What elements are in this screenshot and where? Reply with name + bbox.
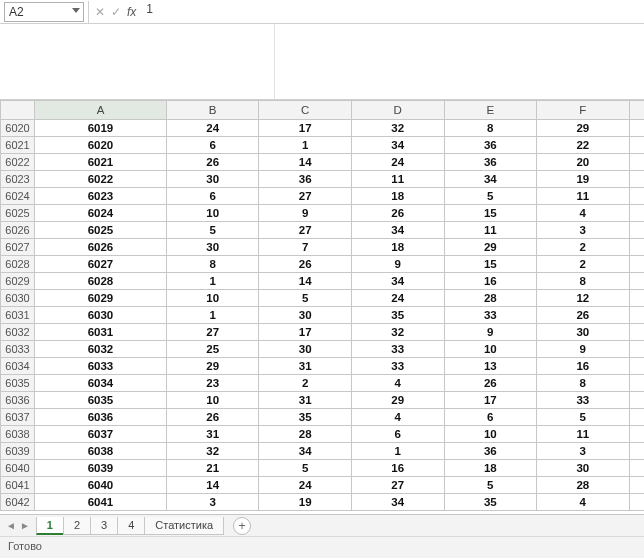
cell[interactable]: 6029 xyxy=(35,290,167,307)
cell[interactable]: 1 xyxy=(351,443,444,460)
cell[interactable]: 28 xyxy=(259,426,352,443)
cell[interactable]: 5 xyxy=(537,409,630,426)
cell[interactable]: 26 xyxy=(259,256,352,273)
cell[interactable]: 30 xyxy=(537,460,630,477)
cancel-icon[interactable]: ✕ xyxy=(95,5,105,19)
cell[interactable]: 10 xyxy=(444,426,537,443)
cell[interactable]: 10 xyxy=(444,341,537,358)
cell[interactable]: 22 xyxy=(537,137,630,154)
cell[interactable]: 18 xyxy=(444,460,537,477)
row-header[interactable]: 6020 xyxy=(1,120,35,137)
cell[interactable]: 10 xyxy=(166,205,259,222)
cell[interactable]: 2 xyxy=(537,239,630,256)
cell[interactable]: 6026 xyxy=(35,239,167,256)
cell[interactable]: 32 xyxy=(166,443,259,460)
cell[interactable]: 3 xyxy=(537,222,630,239)
cell[interactable]: 2 xyxy=(259,375,352,392)
cell[interactable]: 5 xyxy=(259,460,352,477)
cell[interactable]: 17 xyxy=(259,120,352,137)
cell[interactable]: 30 xyxy=(166,171,259,188)
row-header[interactable]: 6034 xyxy=(1,358,35,375)
cell[interactable]: 33 xyxy=(537,392,630,409)
cell[interactable]: 6019 xyxy=(35,120,167,137)
cell[interactable]: 30 xyxy=(537,324,630,341)
cell[interactable]: 10 xyxy=(166,290,259,307)
cell[interactable]: 6028 xyxy=(35,273,167,290)
cell[interactable]: 6021 xyxy=(35,154,167,171)
cell[interactable]: 1 xyxy=(259,137,352,154)
row-header[interactable]: 6021 xyxy=(1,137,35,154)
cell[interactable]: 26 xyxy=(166,409,259,426)
cell[interactable]: 18 xyxy=(351,239,444,256)
cell[interactable]: 6027 xyxy=(35,256,167,273)
cell[interactable]: 15 xyxy=(444,256,537,273)
cell[interactable]: 27 xyxy=(259,222,352,239)
confirm-icon[interactable]: ✓ xyxy=(111,5,121,19)
cell[interactable]: 35 xyxy=(259,409,352,426)
cell[interactable]: 5 xyxy=(166,222,259,239)
cell[interactable]: 3 xyxy=(537,443,630,460)
add-sheet-button[interactable]: + xyxy=(233,517,251,535)
cell[interactable]: 4 xyxy=(351,409,444,426)
sheet-tab[interactable]: 4 xyxy=(117,517,145,535)
cell[interactable]: 6030 xyxy=(35,307,167,324)
row-header[interactable]: 6037 xyxy=(1,409,35,426)
column-header[interactable]: F xyxy=(537,101,630,120)
cell[interactable]: 1 xyxy=(166,307,259,324)
cell[interactable]: 8 xyxy=(537,375,630,392)
cell[interactable]: 6038 xyxy=(35,443,167,460)
cell[interactable]: 13 xyxy=(444,358,537,375)
cell[interactable]: 34 xyxy=(259,443,352,460)
cell[interactable]: 33 xyxy=(351,341,444,358)
spreadsheet-grid[interactable]: A B C D E F 6020601924173282960216020613… xyxy=(0,100,644,514)
tab-prev-icon[interactable]: ◄ xyxy=(6,520,16,531)
cell[interactable]: 24 xyxy=(351,290,444,307)
row-header[interactable]: 6030 xyxy=(1,290,35,307)
cell[interactable]: 29 xyxy=(444,239,537,256)
cell[interactable]: 5 xyxy=(444,188,537,205)
cell[interactable]: 36 xyxy=(444,154,537,171)
sheet-tab[interactable]: 1 xyxy=(36,517,64,535)
cell[interactable]: 34 xyxy=(351,273,444,290)
cell[interactable]: 30 xyxy=(166,239,259,256)
cell[interactable]: 6039 xyxy=(35,460,167,477)
cell[interactable]: 14 xyxy=(259,273,352,290)
cell[interactable]: 10 xyxy=(166,392,259,409)
cell[interactable]: 33 xyxy=(444,307,537,324)
cell[interactable]: 4 xyxy=(537,205,630,222)
cell[interactable]: 6037 xyxy=(35,426,167,443)
cell[interactable]: 34 xyxy=(351,494,444,511)
row-header[interactable]: 6029 xyxy=(1,273,35,290)
cell[interactable]: 29 xyxy=(351,392,444,409)
cell[interactable]: 32 xyxy=(351,324,444,341)
tab-next-icon[interactable]: ► xyxy=(20,520,30,531)
formula-input[interactable]: 1 xyxy=(140,2,644,22)
cell[interactable]: 32 xyxy=(351,120,444,137)
cell[interactable]: 9 xyxy=(351,256,444,273)
cell[interactable]: 19 xyxy=(259,494,352,511)
cell[interactable]: 6034 xyxy=(35,375,167,392)
cell[interactable]: 18 xyxy=(351,188,444,205)
column-header[interactable]: D xyxy=(351,101,444,120)
cell[interactable]: 17 xyxy=(259,324,352,341)
cell[interactable]: 6 xyxy=(166,188,259,205)
cell[interactable]: 6022 xyxy=(35,171,167,188)
row-header[interactable]: 6039 xyxy=(1,443,35,460)
cell[interactable]: 28 xyxy=(537,477,630,494)
cell[interactable]: 5 xyxy=(444,477,537,494)
cell[interactable]: 11 xyxy=(537,426,630,443)
cell[interactable]: 7 xyxy=(259,239,352,256)
cell[interactable]: 5 xyxy=(259,290,352,307)
sheet-tab[interactable]: 3 xyxy=(90,517,118,535)
row-header[interactable]: 6035 xyxy=(1,375,35,392)
cell[interactable]: 1 xyxy=(166,273,259,290)
row-header[interactable]: 6024 xyxy=(1,188,35,205)
cell[interactable]: 34 xyxy=(351,222,444,239)
cell[interactable]: 14 xyxy=(259,154,352,171)
cell[interactable]: 12 xyxy=(537,290,630,307)
cell[interactable]: 6025 xyxy=(35,222,167,239)
cell[interactable]: 30 xyxy=(259,341,352,358)
cell[interactable]: 11 xyxy=(351,171,444,188)
cell[interactable]: 6031 xyxy=(35,324,167,341)
cell[interactable]: 2 xyxy=(537,256,630,273)
